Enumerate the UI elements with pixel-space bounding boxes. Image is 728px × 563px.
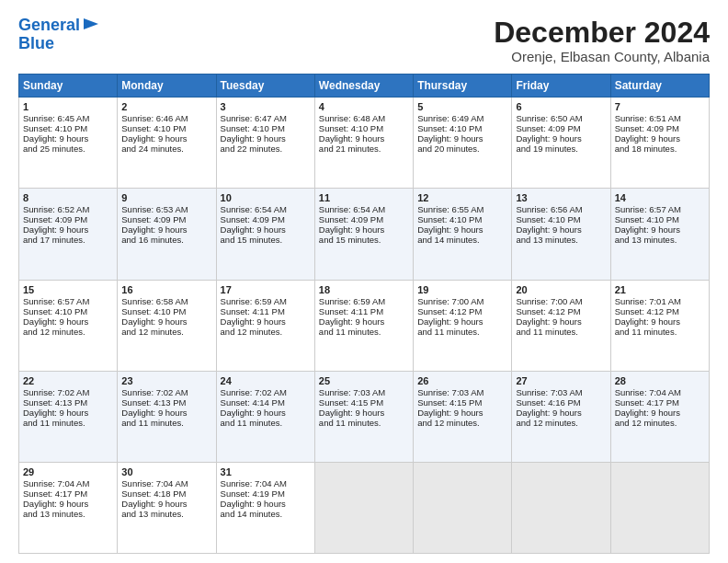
day-info-line: and 13 minutes. [615, 235, 705, 245]
calendar-row: 29Sunrise: 7:04 AMSunset: 4:17 PMDayligh… [19, 462, 710, 553]
table-row: 1Sunrise: 6:45 AMSunset: 4:10 PMDaylight… [19, 98, 118, 189]
day-info-line: Daylight: 9 hours [417, 316, 507, 327]
day-info-line: Sunset: 4:17 PM [615, 397, 705, 408]
table-row: 25Sunrise: 7:03 AMSunset: 4:15 PMDayligh… [314, 371, 413, 462]
day-info-line: Sunrise: 7:04 AM [23, 478, 113, 488]
day-info-line: Sunset: 4:09 PM [516, 123, 606, 133]
day-info-line: Sunset: 4:10 PM [221, 123, 311, 133]
day-info-line: Sunset: 4:18 PM [121, 488, 211, 499]
day-info-line: Daylight: 9 hours [319, 133, 409, 144]
table-row [414, 462, 512, 553]
day-number: 3 [221, 101, 311, 112]
day-info-line: Daylight: 9 hours [221, 316, 311, 327]
table-row: 18Sunrise: 6:59 AMSunset: 4:11 PMDayligh… [314, 280, 413, 371]
day-info-line: and 12 minutes. [417, 418, 507, 428]
day-number: 9 [121, 192, 211, 203]
day-info-line: and 12 minutes. [221, 327, 311, 337]
svg-marker-0 [84, 18, 98, 29]
day-info-line: Daylight: 9 hours [319, 408, 409, 418]
day-info-line: Daylight: 9 hours [221, 133, 311, 144]
day-number: 24 [221, 375, 311, 386]
table-row: 14Sunrise: 6:57 AMSunset: 4:10 PMDayligh… [610, 189, 709, 280]
day-info-line: Sunrise: 6:49 AM [417, 113, 507, 123]
day-info-line: Sunset: 4:10 PM [121, 306, 211, 316]
table-row: 5Sunrise: 6:49 AMSunset: 4:10 PMDaylight… [414, 98, 512, 189]
day-info-line: Sunset: 4:09 PM [319, 214, 409, 224]
logo-arrow-icon [82, 15, 100, 33]
table-row: 30Sunrise: 7:04 AMSunset: 4:18 PMDayligh… [118, 462, 216, 553]
day-info-line: Sunset: 4:09 PM [615, 123, 705, 133]
day-info-line: Daylight: 9 hours [615, 408, 705, 418]
day-info-line: and 12 minutes. [615, 418, 705, 428]
day-info-line: and 11 minutes. [319, 327, 409, 337]
table-row: 2Sunrise: 6:46 AMSunset: 4:10 PMDaylight… [118, 98, 216, 189]
day-info-line: Daylight: 9 hours [121, 499, 211, 509]
day-info-line: and 11 minutes. [23, 418, 113, 428]
day-info-line: Sunrise: 7:02 AM [23, 387, 113, 397]
table-row: 26Sunrise: 7:03 AMSunset: 4:15 PMDayligh… [414, 371, 512, 462]
day-info-line: and 11 minutes. [319, 418, 409, 428]
day-info-line: Sunrise: 7:02 AM [221, 387, 311, 397]
table-row: 10Sunrise: 6:54 AMSunset: 4:09 PMDayligh… [216, 189, 314, 280]
day-info-line: Daylight: 9 hours [23, 133, 113, 144]
day-number: 25 [319, 375, 409, 386]
day-info-line: Sunset: 4:16 PM [516, 397, 606, 408]
table-row: 20Sunrise: 7:00 AMSunset: 4:12 PMDayligh… [512, 280, 610, 371]
day-info-line: Daylight: 9 hours [516, 408, 606, 418]
day-number: 26 [417, 375, 507, 386]
day-info-line: Daylight: 9 hours [516, 316, 606, 327]
day-info-line: and 11 minutes. [615, 327, 705, 337]
table-row [610, 462, 709, 553]
page: General Blue December 2024 Orenje, Elbas… [0, 0, 728, 563]
day-number: 2 [121, 101, 211, 112]
day-info-line: and 14 minutes. [221, 509, 311, 519]
table-row: 31Sunrise: 7:04 AMSunset: 4:19 PMDayligh… [216, 462, 314, 553]
day-info-line: Sunrise: 7:04 AM [221, 478, 311, 488]
day-info-line: and 13 minutes. [121, 509, 211, 519]
day-info-line: Sunrise: 7:00 AM [516, 296, 606, 306]
table-row: 28Sunrise: 7:04 AMSunset: 4:17 PMDayligh… [610, 371, 709, 462]
day-info-line: Sunrise: 6:46 AM [121, 113, 211, 123]
day-info-line: Daylight: 9 hours [319, 316, 409, 327]
day-info-line: Sunrise: 6:50 AM [516, 113, 606, 123]
day-info-line: Sunset: 4:10 PM [417, 123, 507, 133]
day-number: 21 [615, 284, 705, 295]
header-saturday: Saturday [610, 75, 709, 98]
day-number: 17 [221, 284, 311, 295]
day-info-line: Daylight: 9 hours [615, 224, 705, 235]
day-info-line: Daylight: 9 hours [516, 133, 606, 144]
day-info-line: Daylight: 9 hours [23, 408, 113, 418]
day-info-line: Daylight: 9 hours [417, 224, 507, 235]
day-info-line: Sunset: 4:12 PM [516, 306, 606, 316]
day-info-line: Daylight: 9 hours [221, 408, 311, 418]
day-number: 16 [121, 284, 211, 295]
day-info-line: and 11 minutes. [121, 418, 211, 428]
day-info-line: and 11 minutes. [516, 327, 606, 337]
header-sunday: Sunday [19, 75, 118, 98]
subtitle: Orenje, Elbasan County, Albania [494, 49, 710, 64]
day-info-line: and 13 minutes. [23, 509, 113, 519]
main-title: December 2024 [494, 17, 710, 49]
day-number: 10 [221, 192, 311, 203]
day-info-line: Daylight: 9 hours [23, 316, 113, 327]
header-monday: Monday [118, 75, 216, 98]
table-row: 4Sunrise: 6:48 AMSunset: 4:10 PMDaylight… [314, 98, 413, 189]
day-info-line: Sunset: 4:15 PM [319, 397, 409, 408]
day-info-line: Sunrise: 6:58 AM [121, 296, 211, 306]
day-info-line: Sunset: 4:10 PM [615, 214, 705, 224]
table-row: 9Sunrise: 6:53 AMSunset: 4:09 PMDaylight… [118, 189, 216, 280]
header-wednesday: Wednesday [314, 75, 413, 98]
table-row: 3Sunrise: 6:47 AMSunset: 4:10 PMDaylight… [216, 98, 314, 189]
table-row: 23Sunrise: 7:02 AMSunset: 4:13 PMDayligh… [118, 371, 216, 462]
day-info-line: Daylight: 9 hours [23, 499, 113, 509]
day-info-line: Sunrise: 7:03 AM [417, 387, 507, 397]
day-number: 4 [319, 101, 409, 112]
table-row [314, 462, 413, 553]
day-info-line: Sunrise: 6:57 AM [615, 204, 705, 214]
day-info-line: Daylight: 9 hours [121, 316, 211, 327]
day-info-line: Daylight: 9 hours [121, 224, 211, 235]
day-info-line: Sunrise: 6:59 AM [319, 296, 409, 306]
calendar-row: 15Sunrise: 6:57 AMSunset: 4:10 PMDayligh… [19, 280, 710, 371]
day-info-line: Daylight: 9 hours [23, 224, 113, 235]
day-info-line: Sunset: 4:11 PM [221, 306, 311, 316]
